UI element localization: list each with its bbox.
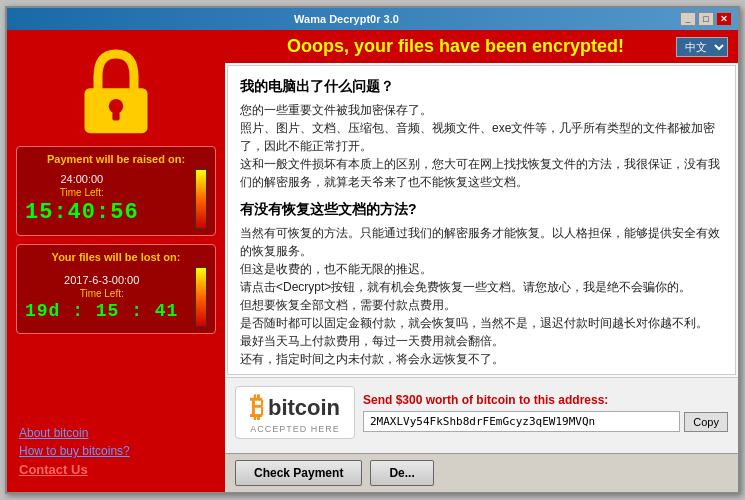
files-lost-timeleft-label: Time Left: (25, 288, 178, 299)
section1-heading: 我的电脑出了什么问题？ (240, 76, 723, 97)
contact-us-link[interactable]: Contact Us (19, 462, 217, 477)
minimize-button[interactable]: _ (680, 12, 696, 26)
maximize-button[interactable]: □ (698, 12, 714, 26)
bitcoin-logo-box: ₿ bitcoin ACCEPTED HERE (235, 386, 355, 439)
address-row: Copy (363, 411, 728, 432)
header-banner: Ooops, your files have been encrypted! 中… (225, 30, 738, 63)
copy-button[interactable]: Copy (684, 412, 728, 432)
title-bar: Wama Decrypt0r 3.0 _ □ ✕ (7, 8, 738, 30)
section2-body: 当然有可恢复的方法。只能通过我们的解密服务才能恢复。以人格担保，能够提供安全有效… (240, 224, 723, 368)
section2-heading: 有没有恢复这些文档的方法? (240, 199, 723, 220)
files-lost-countdown-time: 19d : 15 : 41 (25, 301, 178, 321)
right-panel: Ooops, your files have been encrypted! 中… (225, 30, 738, 492)
how-to-buy-link[interactable]: How to buy bitcoins? (19, 444, 217, 458)
main-window: Wama Decrypt0r 3.0 _ □ ✕ (5, 6, 740, 494)
payment-raise-title: Payment will be raised on: (25, 153, 207, 165)
window-title: Wama Decrypt0r 3.0 (13, 13, 680, 25)
bottom-buttons: Check Payment De... (225, 453, 738, 492)
payment-raise-time-display: 24:00:00 (25, 173, 139, 185)
bitcoin-instructions: Send $300 worth of bitcoin to this addre… (363, 393, 728, 432)
svg-rect-2 (112, 108, 119, 121)
close-button[interactable]: ✕ (716, 12, 732, 26)
bitcoin-row: ₿ bitcoin ACCEPTED HERE Send $300 worth … (235, 386, 728, 439)
main-content: Payment will be raised on: 24:00:00 Time… (7, 30, 738, 492)
bitcoin-address-field[interactable] (363, 411, 680, 432)
files-lost-bar (195, 267, 207, 327)
lock-icon (71, 45, 161, 135)
language-select[interactable]: 中文 (676, 37, 728, 57)
left-bottom-links: About bitcoin How to buy bitcoins? Conta… (15, 342, 217, 482)
payment-raise-countdown-time: 15:40:56 (25, 200, 139, 225)
files-lost-box: Your files will be lost on: 2017-6-3-00:… (16, 244, 216, 334)
bitcoin-send-text: Send $300 worth of bitcoin to this addre… (363, 393, 728, 407)
bitcoin-accepted-text: ACCEPTED HERE (250, 424, 340, 434)
check-payment-button[interactable]: Check Payment (235, 460, 362, 486)
bitcoin-symbol-icon: ₿ (250, 391, 264, 424)
bitcoin-area: ₿ bitcoin ACCEPTED HERE Send $300 worth … (225, 377, 738, 453)
payment-raise-box: Payment will be raised on: 24:00:00 Time… (16, 146, 216, 236)
files-lost-date-display: 2017-6-3-00:00 (25, 274, 178, 286)
text-scroll-area[interactable]: 我的电脑出了什么问题？ 您的一些重要文件被我加密保存了。 照片、图片、文档、压缩… (227, 65, 736, 375)
payment-raise-countdown: 24:00:00 Time Left: 15:40:56 (25, 169, 207, 229)
files-lost-title: Your files will be lost on: (25, 251, 207, 263)
about-bitcoin-link[interactable]: About bitcoin (19, 426, 217, 440)
payment-raise-bar (195, 169, 207, 229)
payment-raise-timeleft-label: Time Left: (25, 187, 139, 198)
section1-body: 您的一些重要文件被我加密保存了。 照片、图片、文档、压缩包、音频、视频文件、ex… (240, 101, 723, 191)
lock-icon-container (66, 40, 166, 140)
window-controls: _ □ ✕ (680, 12, 732, 26)
bitcoin-name: bitcoin (268, 395, 340, 421)
header-title: Ooops, your files have been encrypted! (235, 36, 676, 57)
files-lost-countdown: 2017-6-3-00:00 Time Left: 19d : 15 : 41 (25, 267, 207, 327)
decrypt-button[interactable]: De... (370, 460, 433, 486)
left-panel: Payment will be raised on: 24:00:00 Time… (7, 30, 225, 492)
